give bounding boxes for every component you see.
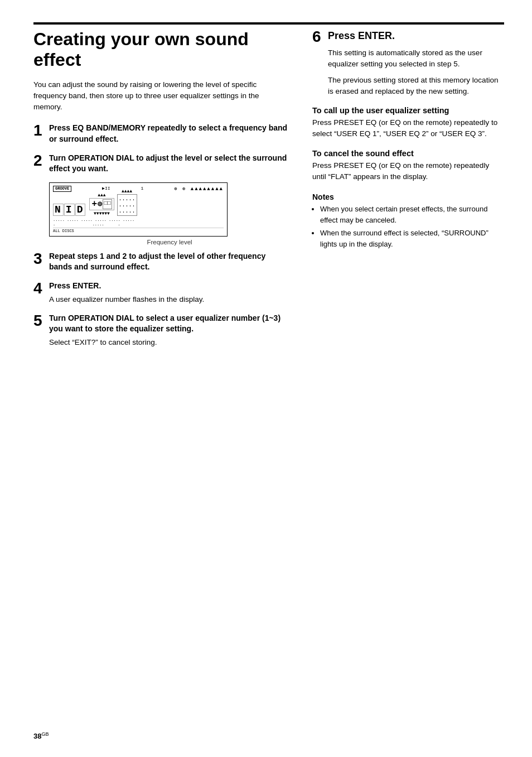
- step-2-text: Turn OPERATION DIAL to adjust the level …: [49, 153, 287, 173]
- eq-segments: N I D: [53, 204, 88, 216]
- step-1-content: Press EQ BAND/MEMORY repeatedly to selec…: [49, 123, 290, 144]
- eq-down-arrows: ▼▼▼▼▼▼: [94, 211, 110, 216]
- lcd-top-row: GROOVE ▶II 1 ⊕ ⊕ ▲▲▲▲▲▲▲▲: [53, 186, 224, 192]
- notes-section: Notes When you select certain preset eff…: [312, 192, 504, 249]
- page-num-text: 38: [33, 732, 41, 740]
- eq-right-display: ...............: [117, 194, 137, 216]
- top-rule: [33, 22, 504, 25]
- notes-title: Notes: [312, 192, 504, 201]
- sub-section-cancel: To cancel the sound effect Press PRESET …: [312, 149, 504, 183]
- eq-right-block: ▲▲▲▲ ...............: [117, 189, 137, 216]
- step-4-content: Press ENTER. A user equalizer number fla…: [49, 281, 290, 305]
- step-6-number: 6: [312, 29, 325, 45]
- eq-right-arrows: ▲▲▲▲: [122, 189, 132, 194]
- lcd-right-icons: ⊕ ⊕ ▲▲▲▲▲▲▲▲: [174, 186, 224, 192]
- right-column: 6 Press ENTER. This setting is automatic…: [312, 29, 504, 356]
- step-1: 1 Press EQ BAND/MEMORY repeatedly to sel…: [33, 123, 290, 144]
- step-4-text: Press ENTER.: [49, 281, 101, 290]
- step-1-number: 1: [33, 123, 46, 138]
- eq-char3: D: [75, 204, 86, 216]
- lcd-dot-rows: ..... ..... ..... ..... ..... .....: [53, 218, 224, 222]
- step-2: 2 Turn OPERATION DIAL to adjust the leve…: [33, 153, 290, 175]
- eq-char2: I: [64, 204, 75, 216]
- step-5-body: Select “EXIT?” to cancel storing.: [49, 337, 290, 348]
- sub-section-2-title: To cancel the sound effect: [312, 149, 504, 158]
- sub-section-1-title: To call up the user equalizer setting: [312, 106, 504, 115]
- page-title: Creating your own sound effect: [33, 29, 290, 70]
- step-6-text: Press ENTER.: [328, 30, 395, 41]
- lcd-all-discs: ALL DISCS: [53, 228, 224, 233]
- step-6: 6 Press ENTER. This setting is automatic…: [312, 29, 504, 97]
- step-5-number: 5: [33, 313, 46, 329]
- left-column: Creating your own sound effect You can a…: [33, 29, 290, 356]
- page-superscript: GB: [41, 731, 49, 737]
- lcd-track: 1: [141, 186, 143, 192]
- step-3-number: 3: [33, 251, 46, 267]
- sub-section-1-body: Press PRESET EQ (or EQ on the remote) re…: [312, 117, 504, 140]
- intro-text: You can adjust the sound by raising or l…: [33, 79, 268, 113]
- freq-label: Frequency level: [49, 239, 290, 245]
- step-3: 3 Repeat steps 1 and 2 to adjust the lev…: [33, 251, 290, 273]
- eq-char1: N: [53, 204, 64, 216]
- lcd-display: GROOVE ▶II 1 ⊕ ⊕ ▲▲▲▲▲▲▲▲ N I D ▲▲▲ +⊕□□: [49, 182, 228, 237]
- step-2-content: Turn OPERATION DIAL to adjust the level …: [49, 153, 290, 175]
- step-6-body2: The previous setting stored at this memo…: [328, 75, 504, 98]
- lcd-groove-label: GROOVE: [53, 186, 71, 192]
- notes-list: When you select certain preset effects, …: [312, 204, 504, 249]
- eq-up-arrows: ▲▲▲: [98, 192, 105, 197]
- step-2-number: 2: [33, 153, 46, 168]
- step-4-body: A user equalizer number flashes in the d…: [49, 294, 290, 305]
- step-3-text: Repeat steps 1 and 2 to adjust the level…: [49, 252, 265, 272]
- step-6-content: Press ENTER. This setting is automatical…: [328, 29, 504, 97]
- step-6-body1: This setting is automatically stored as …: [328, 47, 504, 70]
- step-5: 5 Turn OPERATION DIAL to select a user e…: [33, 313, 290, 348]
- page-number: 38GB: [33, 731, 49, 740]
- eq-center: ▲▲▲ +⊕□□ ▼▼▼▼▼▼: [89, 192, 114, 216]
- eq-visualization: N I D ▲▲▲ +⊕□□ ▼▼▼▼▼▼ ▲▲▲▲ .............…: [53, 194, 224, 217]
- step-5-text: Turn OPERATION DIAL to select a user equ…: [49, 314, 280, 334]
- step-4: 4 Press ENTER. A user equalizer number f…: [33, 281, 290, 305]
- sub-section-call-up: To call up the user equalizer setting Pr…: [312, 106, 504, 140]
- step-3-content: Repeat steps 1 and 2 to adjust the level…: [49, 251, 290, 273]
- eq-display-block: +⊕□□: [89, 198, 114, 210]
- step-4-number: 4: [33, 281, 46, 296]
- step-1-text: Press EQ BAND/MEMORY repeatedly to selec…: [49, 123, 287, 143]
- lcd-dot-rows2: . ..... .: [53, 222, 224, 226]
- sub-section-2-body: Press PRESET EQ (or EQ on the remote) re…: [312, 160, 504, 183]
- note-item-1: When you select certain preset effects, …: [320, 204, 504, 225]
- lcd-play-icon: ▶II: [102, 186, 110, 192]
- note-item-2: When the surround effect is selected, “S…: [320, 228, 504, 249]
- step-5-content: Turn OPERATION DIAL to select a user equ…: [49, 313, 290, 348]
